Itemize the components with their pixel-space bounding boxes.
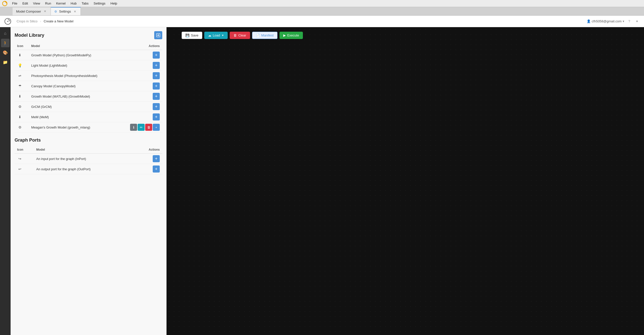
- user-email: cfh5058@gmail.com: [592, 19, 622, 23]
- info-button[interactable]: ℹ: [130, 124, 137, 131]
- add-button[interactable]: +: [153, 124, 160, 131]
- table-row: ⇌Photosynthesis Model (PhotosynthesisMod…: [15, 71, 162, 81]
- model-table-header-row: Icon Model Actions: [15, 42, 162, 50]
- menu-tabs[interactable]: Tabs: [79, 1, 91, 6]
- library-panel: Model Library Icon Model: [11, 27, 167, 335]
- model-actions-cell: +: [118, 71, 162, 81]
- model-library-table: Icon Model Actions ⬇Growth Model (Python…: [15, 42, 162, 133]
- sidebar-icons: ⌂ 🚶 🎨 📁: [0, 27, 11, 335]
- top-nav: Crops in Silico › Create a New Model 👤 c…: [0, 16, 644, 27]
- help-button[interactable]: ?: [626, 18, 632, 24]
- port-icon-cell: ↩: [15, 164, 34, 174]
- add-model-button[interactable]: +: [153, 103, 160, 110]
- col-actions: Actions: [118, 42, 162, 50]
- model-icon-cell: ⚙: [15, 102, 29, 112]
- add-port-button[interactable]: +: [153, 155, 160, 162]
- delete-button[interactable]: 🗑: [145, 124, 152, 131]
- canvas-bg: [167, 27, 644, 335]
- app-logo: [2, 1, 8, 6]
- breadcrumb-current[interactable]: Create a New Model: [42, 18, 75, 24]
- add-model-button[interactable]: +: [153, 113, 160, 120]
- model-type-icon: ⬇: [17, 114, 23, 120]
- port-icon-cell: ↪: [15, 154, 34, 164]
- menu-settings[interactable]: Settings: [91, 1, 108, 6]
- graph-ports-header: Graph Ports: [15, 138, 162, 143]
- model-library-icon-btn[interactable]: [154, 31, 162, 39]
- manifest-button[interactable]: 📄 Manifest: [252, 32, 277, 39]
- model-icon-cell: 💡: [15, 60, 29, 71]
- model-type-icon: 💡: [17, 63, 23, 68]
- menu-edit[interactable]: Edit: [20, 1, 30, 6]
- model-icon-cell: ⬇: [15, 112, 29, 122]
- svg-rect-5: [158, 34, 158, 36]
- load-dropdown-icon: ▼: [222, 34, 224, 37]
- sidebar-home-btn[interactable]: ⌂: [1, 29, 10, 38]
- menu-kernel[interactable]: Kernel: [54, 1, 68, 6]
- ports-col-model: Model: [34, 146, 135, 154]
- add-model-button[interactable]: +: [153, 62, 160, 69]
- save-button[interactable]: 💾 Save: [182, 32, 202, 39]
- model-type-icon: ⚙: [17, 124, 23, 130]
- canvas-area: 💾 Save ☁ Load ▼ 🗑 Clear 📄 Manifest: [167, 27, 644, 335]
- breadcrumb-separator: ›: [40, 19, 41, 23]
- model-type-icon: ☂: [17, 83, 23, 89]
- table-row: ⬇Growth Model (Python) (GrowthModelPy)+: [15, 50, 162, 60]
- model-actions-cell: ℹ✏🗑+: [118, 122, 162, 133]
- model-name-cell: Canopy Model (CanopyModel): [29, 81, 118, 91]
- ports-col-icon: Icon: [15, 146, 34, 154]
- sidebar-folder-btn[interactable]: 📁: [1, 58, 10, 66]
- add-port-button[interactable]: +: [153, 165, 160, 173]
- model-name-cell: Photosynthesis Model (PhotosynthesisMode…: [29, 71, 118, 81]
- model-name-cell: MeM (MeM): [29, 112, 118, 122]
- menu-hub[interactable]: Hub: [68, 1, 79, 6]
- clear-button[interactable]: 🗑 Clear: [230, 32, 250, 39]
- nav-logo: [4, 18, 12, 25]
- main-area: ⌂ 🚶 🎨 📁 Model Library: [0, 27, 644, 335]
- clear-label: Clear: [238, 33, 246, 37]
- execute-label: Execute: [287, 33, 299, 37]
- menu-help[interactable]: Help: [108, 1, 120, 6]
- user-dropdown-icon[interactable]: ▾: [623, 19, 624, 23]
- menu-run[interactable]: Run: [43, 1, 54, 6]
- model-name-cell: Meagan's Growth Model (growth_mlang): [29, 122, 118, 133]
- col-icon: Icon: [15, 42, 29, 50]
- menu-bar: File Edit View Run Kernel Hub Tabs Setti…: [0, 0, 644, 7]
- settings-tab-icon: ⚙: [54, 10, 57, 13]
- add-model-button[interactable]: +: [153, 82, 160, 90]
- table-row: ↩An output port for the graph (OutPort)+: [15, 164, 162, 174]
- tab-bar: Model Composer ✕ ⚙ Settings ✕: [0, 7, 644, 16]
- ports-col-actions: Actions: [135, 146, 162, 154]
- save-icon: 💾: [185, 33, 189, 37]
- nav-menu-button[interactable]: ▾: [634, 18, 640, 24]
- port-type-icon: ↩: [17, 166, 23, 172]
- table-row: ☂Canopy Model (CanopyModel)+: [15, 81, 162, 91]
- tab-settings-close[interactable]: ✕: [73, 10, 77, 14]
- add-model-button[interactable]: +: [153, 72, 160, 79]
- breadcrumb-home[interactable]: Crops in Silico: [15, 18, 39, 24]
- edit-button[interactable]: ✏: [138, 124, 145, 131]
- model-actions-cell: +: [118, 50, 162, 60]
- app-content: Crops in Silico › Create a New Model 👤 c…: [0, 16, 644, 335]
- execute-icon: ▶: [283, 33, 286, 37]
- model-type-icon: ⚙: [17, 104, 23, 109]
- model-name-cell: GrCM (GrCM): [29, 102, 118, 112]
- tab-model-composer-close[interactable]: ✕: [43, 9, 47, 13]
- model-type-icon: ⬇: [17, 94, 23, 99]
- sidebar-palette-btn[interactable]: 🎨: [1, 48, 10, 57]
- port-name-cell: An output port for the graph (OutPort): [34, 164, 135, 174]
- load-button[interactable]: ☁ Load ▼: [204, 32, 228, 39]
- clear-icon: 🗑: [233, 33, 237, 37]
- add-model-button[interactable]: +: [153, 93, 160, 100]
- sidebar-person-btn[interactable]: 🚶: [1, 39, 10, 47]
- table-row: ⚙Meagan's Growth Model (growth_mlang)ℹ✏🗑…: [15, 122, 162, 133]
- add-model-button[interactable]: +: [153, 52, 160, 59]
- graph-ports-table: Icon Model Actions ↪An input port for th…: [15, 146, 162, 174]
- menu-view[interactable]: View: [30, 1, 43, 6]
- menu-file[interactable]: File: [10, 1, 20, 6]
- nav-right: 👤 cfh5058@gmail.com ▾ ? ▾: [587, 18, 640, 24]
- tab-model-composer[interactable]: Model Composer ✕: [13, 7, 51, 15]
- load-icon: ☁: [208, 33, 211, 37]
- execute-button[interactable]: ▶ Execute: [279, 32, 303, 39]
- tab-settings[interactable]: ⚙ Settings ✕: [51, 7, 81, 15]
- model-type-icon: ⬇: [17, 52, 23, 58]
